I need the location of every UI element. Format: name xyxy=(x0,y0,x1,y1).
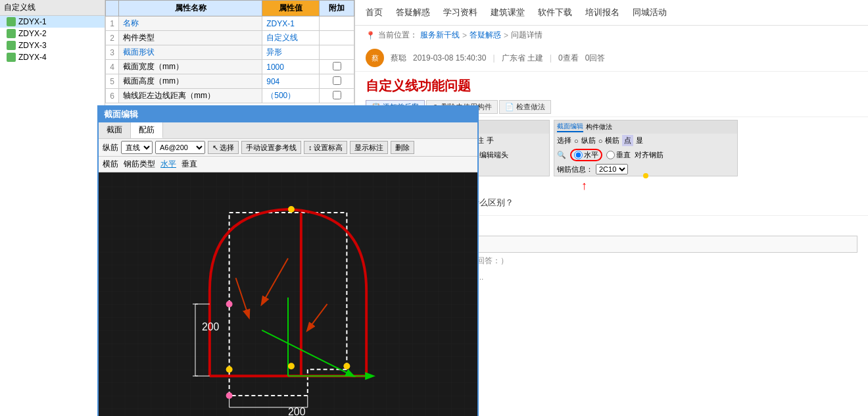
longitudinal-label: 纵筋 xyxy=(103,142,118,153)
ss-right-select[interactable]: 选择 xyxy=(557,136,571,145)
height-icon: ↕ xyxy=(308,143,312,151)
tree-item-zdyx2[interactable]: ZDYX-2 xyxy=(0,28,105,39)
top-nav: 首页 答疑解惑 学习资料 建筑课堂 软件下载 培训报名 同城活动 xyxy=(355,0,868,26)
row-num-4: 4 xyxy=(106,60,119,74)
row-check-6[interactable] xyxy=(320,89,354,103)
vertical-label: 垂直 xyxy=(181,159,197,170)
radio-vertical[interactable]: 垂直 xyxy=(606,150,631,160)
table-row: 4 截面宽度（mm） 1000 xyxy=(106,60,354,74)
tree-item-zdyx3[interactable]: ZDYX-3 xyxy=(0,39,105,51)
question-title: 自定义线功能问题 xyxy=(355,72,868,97)
breadcrumb-path1[interactable]: 服务新干线 xyxy=(420,30,460,41)
ss-right-header: 截面编辑 构件做法 xyxy=(554,120,737,134)
nav-materials[interactable]: 学习资料 xyxy=(443,4,477,21)
row-value-2: 自定义线 xyxy=(262,31,320,45)
breadcrumb-path3: 问题详情 xyxy=(511,30,542,41)
checkbox-5[interactable] xyxy=(333,76,341,85)
check-label: 检查做法 xyxy=(516,102,545,112)
breadcrumb-path2[interactable]: 答疑解惑 xyxy=(470,30,501,41)
tab-section[interactable]: 截面 xyxy=(99,122,131,138)
nav-local[interactable]: 同城活动 xyxy=(633,4,667,21)
prop-col-index xyxy=(106,1,119,16)
tree-item-zdyx1[interactable]: ZDYX-1 xyxy=(0,16,105,28)
delete-btn[interactable]: 删除 xyxy=(391,141,414,154)
user-location: 广东省 土建 xyxy=(502,53,543,64)
nav-download[interactable]: 软件下载 xyxy=(538,4,572,21)
breadcrumb: 📍 当前位置： 服务新干线 > 答疑解惑 > 问题详情 xyxy=(355,26,868,45)
cursor-icon: ↖ xyxy=(212,143,218,152)
display-btn[interactable]: 显示标注 xyxy=(350,141,388,154)
rebar-type-select[interactable]: A6@200 A8@200 A10@200 xyxy=(155,141,205,154)
row-check-2 xyxy=(320,31,354,45)
prop-col-value: 属性值 xyxy=(262,1,320,16)
row-value-3: 异形 xyxy=(262,45,320,60)
row-check-3 xyxy=(320,45,354,60)
breadcrumb-sep2: > xyxy=(504,31,508,40)
row-label-1: 名称 xyxy=(119,16,262,31)
ss-right-display: 显 xyxy=(636,136,643,145)
property-panel: 属性名称 属性值 附加 1 名称 ZDYX-1 2 构件类型 自定义线 3 截面… xyxy=(105,0,355,416)
row-label-4: 截面宽度（mm） xyxy=(119,60,262,74)
table-row: 3 截面形状 异形 xyxy=(106,45,354,60)
rebar-info-select-r[interactable]: 2C10 xyxy=(596,164,628,174)
section-editor-title: 截面编辑 xyxy=(99,107,477,122)
view-count: 0查看 xyxy=(558,53,579,64)
section-editor-tabs: 截面 配筋 xyxy=(99,122,477,139)
nav-home[interactable]: 首页 xyxy=(366,4,383,21)
svg-point-20 xyxy=(226,366,233,373)
location-icon: 📍 xyxy=(366,31,375,40)
select-button[interactable]: ↖ 选择 xyxy=(208,141,239,154)
tree-icon-zdyx3 xyxy=(7,41,16,50)
check-icon: 📄 xyxy=(505,103,514,111)
svg-point-25 xyxy=(226,392,233,399)
question-meta: 蔡 蔡聪 2019-03-08 15:40:30 | 广东省 土建 | 0查看 … xyxy=(355,45,868,72)
row-value-4: 1000 xyxy=(262,60,320,74)
line-type-select[interactable]: 直线 弧线 xyxy=(121,141,153,154)
row-num-6: 6 xyxy=(106,89,119,103)
section-canvas[interactable]: 200 200 xyxy=(99,172,477,416)
tree-item-zdyx4[interactable]: ZDYX-4 xyxy=(0,51,105,63)
ss-right-toolbar: 选择 ○ 纵筋 ○ 横筋 点 显 xyxy=(554,134,737,147)
tree-header: 自定义线 xyxy=(0,0,105,16)
ss-right-radios: 🔍 水平 垂直 对齐钢筋 xyxy=(554,147,737,163)
row-check-4[interactable] xyxy=(320,60,354,74)
horizontal-label[interactable]: 水平 xyxy=(160,159,176,170)
tab-rebar[interactable]: 配筋 xyxy=(131,122,163,138)
table-row: 2 构件类型 自定义线 xyxy=(106,31,354,45)
manual-ref-button[interactable]: 手动设置参考线 xyxy=(241,141,301,154)
row-num-2: 2 xyxy=(106,31,119,45)
ss-right-transverse: 横筋 xyxy=(605,136,619,145)
tree-item-label-zdyx2: ZDYX-2 xyxy=(18,29,47,38)
set-height-button[interactable]: ↕ 设置标高 xyxy=(304,141,347,154)
nav-qa[interactable]: 答疑解惑 xyxy=(396,4,430,21)
svg-point-24 xyxy=(226,301,233,307)
nav-classroom[interactable]: 建筑课堂 xyxy=(491,4,525,21)
toolbar-transverse: 横筋 钢筋类型 水平 垂直 xyxy=(99,157,477,172)
row-check-5[interactable] xyxy=(320,74,354,89)
row-label-2: 构件类型 xyxy=(119,31,262,45)
tree-item-label-zdyx3: ZDYX-3 xyxy=(18,41,47,50)
tree-item-label-zdyx4: ZDYX-4 xyxy=(18,53,47,62)
row-value-1: ZDYX-1 xyxy=(262,16,320,31)
transverse-label: 横筋 xyxy=(103,159,118,170)
rebar-info-label-r: 钢筋信息： xyxy=(557,165,593,174)
checkbox-6[interactable] xyxy=(333,91,341,99)
ss-right-tab1[interactable]: 截面编辑 xyxy=(557,122,583,132)
height-label: 设置标高 xyxy=(314,143,343,153)
user-avatar: 蔡 xyxy=(366,49,384,67)
prop-col-name: 属性名称 xyxy=(119,1,262,16)
check-method-btn[interactable]: 📄 检查做法 xyxy=(499,100,551,114)
ss-right-tab2[interactable]: 构件做法 xyxy=(586,122,612,132)
user-name: 蔡聪 xyxy=(391,53,406,64)
table-row: 1 名称 ZDYX-1 xyxy=(106,16,354,31)
nav-training[interactable]: 培训报名 xyxy=(585,4,619,21)
table-row: 5 截面高度（mm） 904 xyxy=(106,74,354,89)
row-check-1 xyxy=(320,16,354,31)
svg-text:200: 200 xyxy=(202,321,220,332)
radio-horizontal[interactable]: 水平 xyxy=(570,149,602,161)
tree-icon-zdyx4 xyxy=(7,53,16,62)
breadcrumb-location: 当前位置： xyxy=(378,30,418,41)
tree-icon-zdyx2 xyxy=(7,29,16,38)
ss-manual-label: 手 xyxy=(487,136,494,145)
checkbox-4[interactable] xyxy=(333,62,341,70)
